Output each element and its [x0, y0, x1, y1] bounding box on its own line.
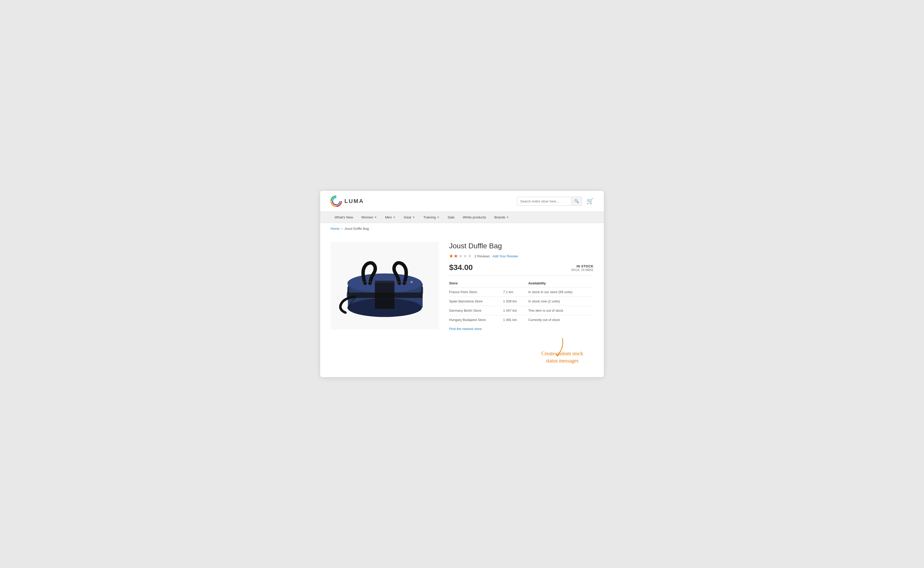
annotation-text: Create custom stock status messages — [541, 350, 583, 364]
store-name: Spain Barcelona Store — [449, 297, 503, 306]
rating-row: ★ ★ ★ ★ ★ 2 Reviews Add Your Review — [449, 253, 594, 259]
nav-item-women[interactable]: Women ▼ — [357, 212, 381, 223]
product-bag-svg — [336, 247, 434, 324]
store-name: France Paris Store — [449, 287, 503, 297]
stock-status: IN STOCK — [571, 264, 594, 268]
svg-rect-14 — [347, 287, 349, 294]
navigation-bar: What's New Women ▼ Men ▼ Gear ▼ Training… — [320, 212, 604, 223]
table-row: France Paris Store7.1 kmIn stock in our … — [449, 287, 594, 297]
nav-item-men[interactable]: Men ▼ — [381, 212, 400, 223]
logo[interactable]: LUMA — [330, 195, 364, 207]
store-distance: 1 047 km — [503, 306, 526, 315]
col-avail-header: Availability — [526, 279, 594, 287]
breadcrumb-home[interactable]: Home — [330, 227, 339, 231]
review-count: 2 Reviews — [474, 254, 490, 258]
product-title: Joust Duffle Bag — [449, 242, 594, 250]
store-name: Hungary Budapest Store — [449, 315, 503, 325]
store-name: Germany Berlin Store — [449, 306, 503, 315]
availability-table: Store Availability France Paris Store7.1… — [449, 279, 594, 324]
divider — [449, 275, 594, 276]
col-store-header: Store — [449, 279, 503, 287]
star-3: ★ — [458, 253, 462, 259]
breadcrumb-separator: > — [341, 227, 343, 231]
header-right: 🔍 🛒 — [517, 197, 594, 205]
chevron-down-icon: ▼ — [506, 216, 509, 219]
sku: SKU#: 24-MB01 — [571, 268, 594, 272]
col-distance-header — [503, 279, 526, 287]
find-store-link[interactable]: Find the nearest store — [449, 327, 482, 331]
svg-rect-11 — [348, 293, 423, 298]
logo-text: LUMA — [344, 198, 364, 204]
stock-info: IN STOCK SKU#: 24-MB01 — [571, 264, 594, 272]
star-2: ★ — [454, 253, 458, 259]
star-1: ★ — [449, 253, 453, 259]
store-status: Currently out of stock — [526, 315, 594, 325]
product-area: Joust Duffle Bag ★ ★ ★ ★ ★ 2 Reviews Add… — [320, 234, 604, 377]
table-row: Hungary Budapest Store1 491 kmCurrently … — [449, 315, 594, 325]
nav-item-brands[interactable]: Brands ▼ — [490, 212, 513, 223]
chevron-down-icon: ▼ — [374, 216, 377, 219]
star-5: ★ — [468, 253, 472, 259]
store-status: In stock now (2 units) — [526, 297, 594, 306]
nav-item-training[interactable]: Training ▼ — [419, 212, 444, 223]
search-button[interactable]: 🔍 — [571, 197, 582, 205]
product-details: Joust Duffle Bag ★ ★ ★ ★ ★ 2 Reviews Add… — [449, 239, 594, 367]
nav-item-gear[interactable]: Gear ▼ — [400, 212, 419, 223]
chevron-down-icon: ▼ — [437, 216, 439, 219]
add-review-link[interactable]: Add Your Review — [492, 254, 518, 258]
logo-icon — [330, 195, 342, 207]
search-input[interactable] — [517, 198, 571, 205]
cart-icon[interactable]: 🛒 — [586, 198, 594, 204]
svg-point-13 — [410, 281, 413, 283]
price-row: $34.00 IN STOCK SKU#: 24-MB01 — [449, 263, 594, 272]
nav-item-whats-new[interactable]: What's New — [330, 212, 357, 223]
breadcrumb-current: Joust Duffle Bag — [344, 227, 369, 231]
star-4: ★ — [463, 253, 467, 259]
product-price: $34.00 — [449, 263, 473, 272]
chevron-down-icon: ▼ — [412, 216, 415, 219]
breadcrumb: Home > Joust Duffle Bag — [320, 223, 604, 234]
svg-rect-15 — [421, 287, 423, 294]
annotation-area: Create custom stock status messages — [449, 336, 594, 367]
store-status: This item is out of stock — [526, 306, 594, 315]
store-distance: 1 491 km — [503, 315, 526, 325]
nav-item-sale[interactable]: Sale — [444, 212, 459, 223]
search-bar: 🔍 — [517, 197, 582, 205]
store-distance: 7.1 km — [503, 287, 526, 297]
nav-item-white-products[interactable]: White products — [459, 212, 490, 223]
store-status: In stock in our store (58 units) — [526, 287, 594, 297]
chevron-down-icon: ▼ — [393, 216, 395, 219]
site-header: LUMA 🔍 🛒 — [320, 191, 604, 212]
store-distance: 1 038 km — [503, 297, 526, 306]
table-row: Germany Berlin Store1 047 kmThis item is… — [449, 306, 594, 315]
table-row: Spain Barcelona Store1 038 kmIn stock no… — [449, 297, 594, 306]
product-image-wrap — [330, 239, 439, 332]
product-image — [330, 242, 439, 329]
star-rating: ★ ★ ★ ★ ★ — [449, 253, 472, 259]
